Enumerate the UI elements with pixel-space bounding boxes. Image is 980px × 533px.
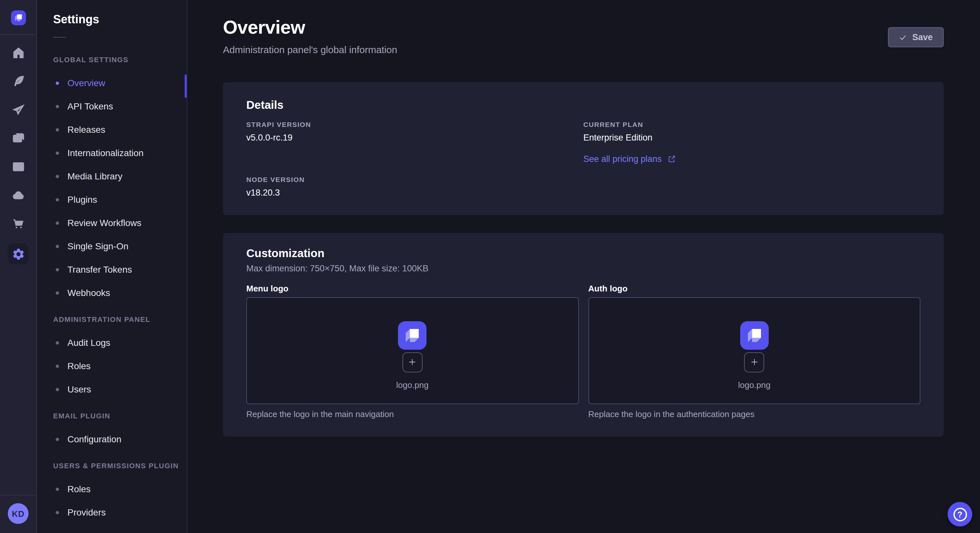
settings-nav-item[interactable]: Providers — [37, 501, 187, 524]
nav-item-label: Media Library — [67, 171, 123, 181]
details-grid: STRAPI VERSION v5.0.0-rc.19 NODE VERSION… — [246, 120, 920, 199]
strapi-logo-icon[interactable] — [11, 10, 25, 25]
cloud-icon[interactable] — [10, 187, 27, 203]
nav-section-heading: USERS & PERMISSIONS PLUGIN — [37, 459, 187, 472]
details-card-title: Details — [246, 98, 920, 112]
page-header: Overview Administration panel's global i… — [223, 0, 944, 55]
settings-nav-item[interactable]: Audit Logs — [37, 331, 187, 354]
bullet-icon — [56, 341, 59, 344]
page-title: Overview — [223, 17, 397, 38]
rail-icon-list — [8, 35, 29, 495]
nav-section-list: Configuration — [37, 427, 187, 451]
logo-file-name: logo.png — [738, 380, 771, 390]
shopping-cart-icon[interactable] — [10, 215, 27, 232]
add-logo-button[interactable] — [745, 352, 765, 372]
menu-logo-label: Menu logo — [246, 284, 579, 293]
pricing-plans-link[interactable]: See all pricing plans — [583, 154, 676, 164]
help-button[interactable]: ? — [948, 502, 972, 527]
bullet-icon — [56, 198, 59, 201]
nav-section: USERS & PERMISSIONS PLUGIN Roles Provide… — [37, 459, 187, 524]
strapi-admin-app: KD Settings GLOBAL SETTINGS Overview API… — [0, 0, 980, 533]
settings-nav-item[interactable]: Configuration — [37, 427, 187, 451]
nav-section: EMAIL PLUGIN Configuration — [37, 409, 187, 451]
nav-item-label: Releases — [67, 124, 105, 135]
settings-nav-item[interactable]: Single Sign-On — [37, 235, 187, 258]
settings-nav-item[interactable]: Overview — [37, 71, 187, 95]
add-logo-button[interactable] — [402, 352, 423, 372]
plus-icon — [750, 357, 759, 366]
gear-icon[interactable] — [8, 244, 29, 264]
settings-nav-item[interactable]: Media Library — [37, 165, 187, 188]
bullet-icon — [56, 105, 59, 108]
user-avatar[interactable]: KD — [8, 503, 29, 524]
nav-item-label: API Tokens — [67, 101, 113, 111]
paper-plane-icon[interactable] — [10, 101, 27, 118]
settings-nav-item[interactable]: Roles — [37, 354, 187, 378]
nav-section: GLOBAL SETTINGS Overview API Tokens Rele… — [37, 53, 187, 305]
question-mark-icon: ? — [953, 508, 967, 521]
subnav-title-divider — [53, 37, 66, 38]
page-subtitle: Administration panel's global informatio… — [223, 44, 397, 55]
rail-footer: KD — [0, 495, 36, 533]
settings-nav-item[interactable]: Releases — [37, 118, 187, 141]
strapi-logo-icon — [398, 321, 427, 349]
media-library-icon[interactable] — [10, 130, 27, 146]
nav-item-label: Overview — [67, 78, 105, 88]
logo-tiles: Menu logo logo.png Replace the logo in t… — [246, 284, 920, 420]
settings-nav-sections: GLOBAL SETTINGS Overview API Tokens Rele… — [37, 53, 187, 524]
bullet-icon — [56, 388, 59, 391]
customization-subtitle: Max dimension: 750×750, Max file size: 1… — [246, 263, 920, 274]
nav-section-list: Audit Logs Roles Users — [37, 331, 187, 401]
settings-nav-item[interactable]: API Tokens — [37, 95, 187, 118]
field-label: NODE VERSION — [246, 175, 583, 184]
strapi-logo-glyph — [398, 321, 427, 349]
nav-item-label: Single Sign-On — [67, 241, 128, 251]
settings-nav-item[interactable]: Webhooks — [37, 281, 187, 305]
strapi-logo-glyph — [11, 10, 25, 25]
active-item-indicator — [185, 75, 187, 98]
nav-item-label: Roles — [67, 361, 91, 371]
settings-nav-item[interactable]: Internationalization — [37, 141, 187, 165]
nav-section: ADMINISTRATION PANEL Audit Logs Roles Us… — [37, 313, 187, 401]
save-button[interactable]: Save — [888, 27, 944, 47]
bullet-icon — [56, 268, 59, 271]
check-icon — [899, 33, 907, 41]
menu-logo-upload-zone[interactable]: logo.png — [246, 297, 579, 404]
nav-item-label: Users — [67, 384, 91, 394]
main-content: Overview Administration panel's global i… — [187, 0, 980, 533]
field-label: STRAPI VERSION — [246, 120, 583, 129]
settings-subnav: Settings GLOBAL SETTINGS Overview API To… — [37, 0, 187, 533]
bullet-icon — [56, 221, 59, 224]
bullet-icon — [56, 487, 59, 490]
bullet-icon — [56, 128, 59, 131]
settings-nav-item[interactable]: Users — [37, 378, 187, 401]
bullet-icon — [56, 244, 59, 248]
settings-nav-item[interactable]: Transfer Tokens — [37, 258, 187, 281]
brand-area — [0, 0, 36, 35]
settings-nav-item[interactable]: Plugins — [37, 188, 187, 211]
home-icon[interactable] — [10, 44, 27, 61]
field-label: CURRENT PLAN — [583, 120, 920, 129]
nav-section-heading: EMAIL PLUGIN — [37, 409, 187, 422]
strapi-logo-icon — [740, 321, 769, 349]
details-card: Details STRAPI VERSION v5.0.0-rc.19 NODE… — [223, 82, 944, 215]
settings-nav-item[interactable]: Review Workflows — [37, 211, 187, 235]
nav-section-heading: GLOBAL SETTINGS — [37, 53, 187, 66]
settings-nav-item[interactable]: Roles — [37, 477, 187, 501]
bullet-icon — [56, 81, 59, 84]
field-value: v18.20.3 — [246, 187, 583, 199]
external-link-icon — [668, 155, 676, 163]
nav-item-label: Internationalization — [67, 148, 143, 158]
layout-icon[interactable] — [10, 158, 27, 175]
auth-logo-upload-zone[interactable]: logo.png — [588, 297, 920, 404]
page-header-text: Overview Administration panel's global i… — [223, 17, 397, 55]
nav-item-label: Providers — [67, 507, 106, 517]
bullet-icon — [56, 174, 59, 178]
bullet-icon — [56, 511, 59, 514]
details-right-column: CURRENT PLAN Enterprise Edition See all … — [583, 120, 920, 199]
bullet-icon — [56, 151, 59, 154]
menu-logo-tile: Menu logo logo.png Replace the logo in t… — [246, 284, 579, 420]
field-value: Enterprise Edition — [583, 132, 920, 144]
details-left-column: STRAPI VERSION v5.0.0-rc.19 NODE VERSION… — [246, 120, 583, 199]
feather-icon[interactable] — [10, 73, 27, 89]
